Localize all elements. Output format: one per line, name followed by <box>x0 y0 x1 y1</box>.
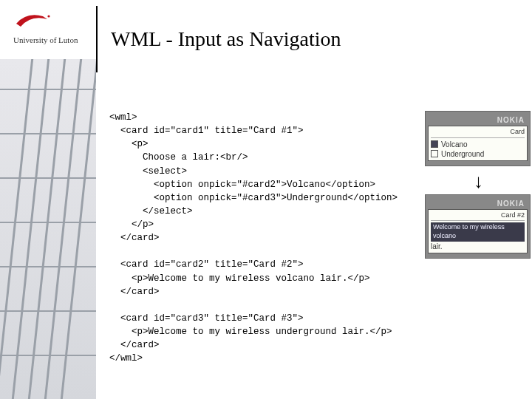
phone-mockup-card2: NOKIA Card #2 Welcome to my wireless vol… <box>425 194 531 259</box>
arrow-down-icon: ↓ <box>425 172 532 191</box>
svg-point-0 <box>47 15 50 17</box>
phone-option: Volcano <box>431 140 525 149</box>
phone-screen-card2: Card #2 Welcome to my wireless volcano l… <box>428 209 528 253</box>
phone-mockup-card1: NOKIA Card VolcanoUnderground <box>425 111 531 166</box>
phone-option-label: Volcano <box>441 140 468 149</box>
phone-option: Underground <box>431 149 525 159</box>
phone-brand-label: NOKIA <box>428 198 528 209</box>
title-bar: WML - Input as Navigation <box>96 6 341 72</box>
radio-selected-icon <box>431 140 438 148</box>
phone-brand-label: NOKIA <box>428 115 528 126</box>
phone-preview-column: NOKIA Card VolcanoUnderground ↓ NOKIA Ca… <box>425 111 532 265</box>
screen-header: Card #2 <box>431 211 525 222</box>
phone-screen-card1: Card VolcanoUnderground <box>428 126 528 161</box>
radio-unselected-icon <box>431 150 438 157</box>
screen-body-text: lair. <box>431 242 525 251</box>
wml-code-listing: <wml> <card id="card1" title="Card #1"> … <box>109 111 420 365</box>
phone-option-label: Underground <box>441 149 484 159</box>
decorative-building-photo <box>0 59 96 399</box>
screen-header: Card <box>431 128 525 138</box>
institution-name: University of Luton <box>13 35 78 44</box>
page-title: WML - Input as Navigation <box>111 27 341 51</box>
institution-logo: University of Luton <box>13 10 78 44</box>
screen-title-bar: Welcome to my wireless volcano <box>431 222 525 241</box>
logo-mark <box>13 10 56 34</box>
